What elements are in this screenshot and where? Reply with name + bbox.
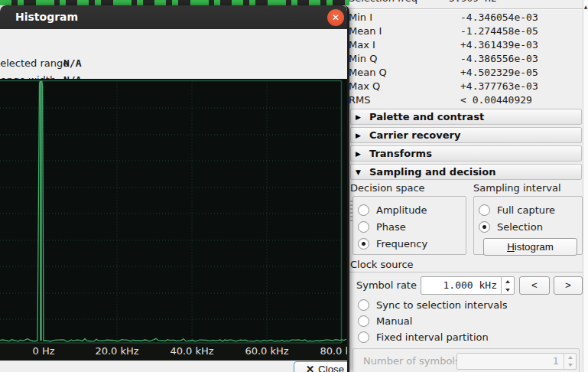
window-close-button[interactable]: ✕ <box>327 9 344 26</box>
radio-label: Amplitude <box>376 204 427 216</box>
stat-value: < 0.00440929 <box>460 93 532 107</box>
radio-row-sync-to-selection[interactable]: Sync to selection intervals <box>358 297 582 313</box>
radio-label: Phase <box>376 221 406 233</box>
radio-label: Sync to selection intervals <box>376 299 508 311</box>
symbol-rate-value: 1.000 kHz <box>421 277 514 294</box>
selection-freq-value: 5.909 Hz <box>449 0 497 5</box>
radio-row-fixed-interval[interactable]: Fixed interval partition <box>358 329 582 345</box>
x-axis-tick-labels: 0 Hz20.0 kHz40.0 kHz60.0 kHz80.0 kHz <box>0 344 347 361</box>
close-button-label: Close <box>318 364 344 372</box>
stat-label: Min Q <box>349 53 377 64</box>
close-icon: ✕ <box>332 12 339 23</box>
radio-row-manual[interactable]: Manual <box>358 313 582 329</box>
scroll-up-icon[interactable]: ▲ <box>583 5 588 9</box>
stat-row-rms: RMS< 0.00440929 <box>351 93 582 107</box>
number-of-symbols-label: Number of symbols <box>363 355 460 367</box>
radio-row-selection[interactable]: Selection <box>479 218 582 235</box>
histogram-window: Histogram ✕ Selected range N/A Range wid… <box>0 5 349 372</box>
number-of-symbols-frame: Number of symbols 1 <box>352 348 580 372</box>
iq-stats-list: Min I-4.346054e-03 Mean I-1.274458e-05 M… <box>351 11 582 107</box>
section-sampling-and-decision[interactable]: ▼ Sampling and decision <box>350 164 582 180</box>
stat-label: Mean Q <box>349 67 387 78</box>
histogram-trace <box>0 79 347 344</box>
spin-up-icon <box>564 354 576 361</box>
radio-label: Fixed interval partition <box>376 331 489 343</box>
spinner-buttons <box>564 354 576 369</box>
stat-row-min-i: Min I-4.346054e-03 <box>351 11 582 24</box>
decision-space-group: Amplitude Phase Frequency <box>352 196 466 255</box>
stat-row-mean-q: Mean Q+4.502329e-05 <box>351 66 582 80</box>
x-tick-label: 80.0 kHz <box>320 345 349 357</box>
number-of-symbols-value: 1 <box>457 354 576 369</box>
window-title: Histogram <box>15 5 78 29</box>
section-label: Palette and contrast <box>369 111 484 122</box>
close-x-icon: ✕ <box>306 364 314 372</box>
radio-amplitude[interactable] <box>358 204 369 216</box>
x-tick-label: 0 Hz <box>32 345 54 357</box>
histogram-info-area: Selected range N/A Range width N/A <box>0 29 347 79</box>
selection-freq-label: Selection freq <box>349 0 417 4</box>
radio-row-full-capture[interactable]: Full capture <box>479 201 582 218</box>
stat-label: Max I <box>349 39 375 51</box>
stat-value: -4.346054e-03 <box>460 11 538 24</box>
stat-value: -1.274458e-05 <box>460 24 538 38</box>
stat-value: -4.386556e-03 <box>460 52 538 66</box>
symbol-rate-prev-button[interactable]: < <box>519 276 550 295</box>
section-label: Sampling and decision <box>369 166 496 178</box>
radio-label: Frequency <box>376 238 427 250</box>
decision-space-label: Decision space <box>350 182 425 194</box>
stat-row-max-q: Max Q+4.377763e-03 <box>351 80 582 93</box>
sampling-interval-label: Sampling interval <box>473 182 561 194</box>
symbol-rate-next-button[interactable]: > <box>554 276 583 295</box>
x-tick-label: 40.0 kHz <box>170 345 213 357</box>
selected-range-label: Selected range <box>0 57 69 69</box>
radio-sync-to-selection[interactable] <box>358 299 369 311</box>
radio-full-capture[interactable] <box>479 204 490 216</box>
symbol-rate-label: Symbol rate <box>356 279 417 292</box>
spin-up-icon[interactable] <box>502 277 514 286</box>
spinner-buttons[interactable] <box>501 277 514 294</box>
radio-row-phase[interactable]: Phase <box>358 218 466 235</box>
stat-value: +4.502329e-05 <box>460 66 538 80</box>
number-of-symbols-spinbox: 1 <box>456 353 577 370</box>
stat-value: +4.361439e-03 <box>460 38 538 52</box>
stats-separator <box>349 8 583 10</box>
dialog-button-bar: ✕Close <box>0 361 347 372</box>
stat-label: Min I <box>349 11 372 23</box>
stat-label: RMS <box>349 94 371 106</box>
symbol-rate-spinbox[interactable]: 1.000 kHz <box>421 276 515 295</box>
clock-separator <box>349 272 583 272</box>
stat-value: +4.377763e-03 <box>460 80 538 93</box>
demod-settings-panel: Selection freq 5.909 Hz Min I-4.346054e-… <box>349 0 588 372</box>
section-transforms[interactable]: ▶ Transforms <box>350 145 582 162</box>
radio-label: Manual <box>376 315 412 327</box>
histogram-plot[interactable]: 0 Hz20.0 kHz40.0 kHz60.0 kHz80.0 kHz <box>0 79 347 361</box>
chevron-right-icon: ▶ <box>356 150 363 158</box>
radio-fixed-interval[interactable] <box>358 331 369 343</box>
stat-row-mean-i: Mean I-1.274458e-05 <box>351 24 582 38</box>
chevron-down-icon: ▼ <box>356 168 363 176</box>
panel-scrollbar[interactable]: ▲ <box>583 0 588 372</box>
window-titlebar[interactable]: Histogram ✕ <box>0 5 347 29</box>
app-screen: Selection freq 5.909 Hz Min I-4.346054e-… <box>0 0 588 372</box>
radio-phase[interactable] <box>358 221 369 233</box>
section-palette-and-contrast[interactable]: ▶ Palette and contrast <box>350 109 582 125</box>
radio-manual[interactable] <box>358 315 369 327</box>
radio-row-amplitude[interactable]: Amplitude <box>358 201 466 218</box>
symbol-stream-strip <box>0 0 349 5</box>
stat-row-max-i: Max I+4.361439e-03 <box>351 38 582 52</box>
histogram-button[interactable]: Histogram <box>483 238 577 256</box>
radio-frequency[interactable] <box>358 238 369 250</box>
chevron-right-icon: ▶ <box>356 132 363 139</box>
selection-freq-row: Selection freq 5.909 Hz <box>351 0 582 5</box>
stat-label: Max Q <box>349 80 380 92</box>
stat-row-min-q: Min Q-4.386556e-03 <box>351 52 582 66</box>
spin-down-icon[interactable] <box>502 286 514 294</box>
radio-label: Full capture <box>497 204 555 216</box>
radio-label: Selection <box>497 221 543 233</box>
clock-source-header: Clock source <box>350 259 414 270</box>
radio-selection[interactable] <box>479 221 490 233</box>
section-carrier-recovery[interactable]: ▶ Carrier recovery <box>350 127 582 143</box>
dialog-close-button[interactable]: ✕Close <box>294 361 349 372</box>
radio-row-frequency[interactable]: Frequency <box>358 235 466 252</box>
